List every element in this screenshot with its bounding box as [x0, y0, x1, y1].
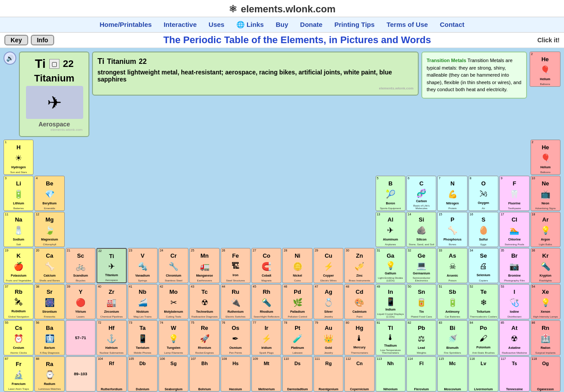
element-f[interactable]: 9F 🦷 Fluorine Toothpaste	[499, 176, 529, 211]
element-hg[interactable]: 80Hg 🌡 Mercury Thermometers	[344, 320, 374, 355]
element-h[interactable]: 1H ☀ Hydrogen Sun and Stars	[4, 140, 33, 175]
element-sb[interactable]: 51Sb 🔋 Antimony Car Batteries	[437, 284, 467, 319]
element-o[interactable]: 8O 🌬 Oxygen Air	[468, 176, 498, 211]
element-sc[interactable]: 21Sc 🚲 Scandium Bicycles	[66, 248, 96, 283]
element-cs[interactable]: 55Cs ⏰ Cesium Atomic Clocks	[4, 320, 33, 355]
element-ca[interactable]: 20Ca 🦴 Calcium Shells and Bones	[34, 248, 64, 283]
element-as[interactable]: 33As ☠ Arsenic Poison	[437, 248, 467, 283]
element-rf[interactable]: 104Rf Rutherfordium	[96, 356, 126, 392]
element-si[interactable]: 14Si 🪨 Silicon Stone, Sand, and Soil	[406, 212, 436, 247]
element-mt[interactable]: 109Mt Meitnerium	[251, 356, 281, 392]
element-xe[interactable]: 54Xe 💡 Xenon High-Intensity Lamps	[531, 284, 560, 319]
element-cd[interactable]: 48Cd 🎨 Cadmium Paint	[344, 284, 374, 319]
element-al[interactable]: 13Al ✈ Aluminum Airplanes	[376, 212, 405, 247]
element-kr[interactable]: 36Kr 🔦 Krypton Flashlights	[531, 248, 560, 283]
element-mg[interactable]: 12Mg 🍃 Magnesium Chlorophyll	[34, 212, 64, 247]
element-te[interactable]: 52Te ❄ Tellurium Thermoelectric Coolers	[468, 284, 498, 319]
element-br[interactable]: 35Br 📷 Bromine Photography Film	[499, 248, 529, 283]
element-at[interactable]: 85At ☢ Astatine Radioactive Medicine	[499, 320, 529, 355]
nav-uses[interactable]: Uses	[209, 21, 225, 28]
element-ni[interactable]: 28Ni 🪙 Nickel Coins	[282, 248, 312, 283]
element-lv[interactable]: 116Lv Livermorium	[468, 356, 498, 392]
element-nh[interactable]: 113Nh Nihonium	[376, 356, 405, 392]
nav-contact[interactable]: Contact	[440, 21, 464, 28]
element-pt[interactable]: 78Pt 🧪 Platinum Labware	[282, 320, 312, 355]
element-po[interactable]: 84Po 🖌 Polonium Anti-Static Brushes	[468, 320, 498, 355]
element-re[interactable]: 75Re 🚀 Rhenium Rocket Engines	[189, 320, 219, 355]
element-cu[interactable]: 29Cu ⚡ Copper Electric Wires	[313, 248, 343, 283]
nav-terms[interactable]: Terms of Use	[387, 21, 428, 28]
element-og[interactable]: 118Og Oganesson	[531, 356, 560, 392]
element-li[interactable]: 3Li 🔋 Lithium Batteries	[4, 176, 33, 211]
element-na[interactable]: 11Na 🧂 Sodium Salt	[4, 212, 33, 247]
element-zr[interactable]: 40Zr 🏭 Zirconium Chemical Pipelines	[96, 284, 126, 319]
element-rn[interactable]: 86Rn 🏥 Radon Surgical Implants	[531, 320, 560, 355]
element-pd[interactable]: 46Pd 🌿 Palladium Pollution Control	[282, 284, 312, 319]
element-ba[interactable]: 56Ba 🩻 Barium X-Ray Diagnosis	[34, 320, 64, 355]
element-in[interactable]: 49In 📱 Indium Liquid Crystal Displays (L…	[376, 284, 405, 319]
selected-element-card[interactable]: Ti ▢ 22 Titanium ✈ Aerospace elements.wl…	[19, 52, 89, 137]
element-c[interactable]: 6C 🧬 Carbon Basis of Life's Molecules	[406, 176, 436, 211]
element-fe[interactable]: 26Fe 🏗 Iron Steel Structures	[221, 248, 251, 283]
element-cn[interactable]: 112Cn Copernicium	[344, 356, 374, 392]
element-sg[interactable]: 106Sg Seaborgium	[159, 356, 188, 392]
nav-buy[interactable]: Buy	[276, 21, 288, 28]
element-au[interactable]: 79Au 👑 Gold Jewelry	[313, 320, 343, 355]
element-ts[interactable]: 117Ts Tennessine	[499, 356, 529, 392]
element-pb[interactable]: 82Pb ⚖ Lead Weights	[406, 320, 436, 355]
element-tl[interactable]: 81Tl 🌡 Thallium Low-Temperature Thermome…	[376, 320, 405, 355]
nav-donate[interactable]: Donate	[300, 21, 323, 28]
key-button[interactable]: Key	[4, 35, 28, 45]
element-ir[interactable]: 77Ir ⚡ Iridium Spark Plugs	[251, 320, 281, 355]
nav-home[interactable]: Home/Printables	[100, 21, 151, 28]
nav-printing[interactable]: Printing Tips	[334, 21, 374, 28]
element-hs[interactable]: 108Hs Hassium	[221, 356, 251, 392]
element-ds[interactable]: 110Ds Darmstadtium	[282, 356, 312, 392]
nav-interactive[interactable]: Interactive	[164, 21, 197, 28]
element-ga[interactable]: 31Ga 💡 Gallium Light-Emitting Diodes (LE…	[376, 248, 405, 283]
element-he-row1[interactable]: 2He 🎈 Helium Balloons	[531, 140, 560, 175]
element-co[interactable]: 27Co 🧲 Cobalt Magnets	[251, 248, 281, 283]
element-mn[interactable]: 25Mn 🚛 Manganese Earthmovers	[189, 248, 219, 283]
element-fl[interactable]: 114Fl Flerovium	[406, 356, 436, 392]
element-ag[interactable]: 47Ag 💍 Silver Jewelry	[313, 284, 343, 319]
nav-links[interactable]: 🌐 Links	[236, 21, 264, 28]
element-y[interactable]: 39Y 🔴 Yttrium Lasers	[66, 284, 96, 319]
element-he[interactable]: 2 He 🎈 Helium Balloons	[530, 52, 560, 87]
element-rh[interactable]: 45Rh 🔦 Rhodium Searchlight Reflectors	[251, 284, 281, 319]
element-bh[interactable]: 107Bh Bohrium	[189, 356, 219, 392]
element-zn[interactable]: 30Zn 🎺 Zinc Brass Instruments	[344, 248, 374, 283]
element-i[interactable]: 53I 🩺 Iodine Disinfectant	[499, 284, 529, 319]
element-s[interactable]: 16S 🥚 Sulfur Eggs	[468, 212, 498, 247]
element-ne[interactable]: 10Ne 📺 Neon Advertising Signs	[531, 176, 560, 211]
element-v[interactable]: 23V 🔩 Vanadium Springs	[128, 248, 158, 283]
element-tc[interactable]: 43Tc ☢ Technetium Radioactive Diagnosis	[189, 284, 219, 319]
element-be[interactable]: 4Be 💎 Beryllium Emeralds	[34, 176, 64, 211]
info-button[interactable]: Info	[31, 35, 55, 45]
element-ge[interactable]: 32Ge 💻 Germanium Semiconductor Electroni…	[406, 248, 436, 283]
element-w[interactable]: 74W 💡 Tungsten Lamp Filaments	[159, 320, 188, 355]
element-os[interactable]: 76Os ✒ Osmium Pen Points	[221, 320, 251, 355]
element-p[interactable]: 15P 🦴 Phosphorus Bones	[437, 212, 467, 247]
element-k[interactable]: 19K 🍎 Potassium Fruits and Vegetables	[4, 248, 33, 283]
element-db[interactable]: 105Db Dubnium	[128, 356, 158, 392]
element-n[interactable]: 7N 💪 Nitrogen Protein	[437, 176, 467, 211]
element-ra[interactable]: 88Ra ⌚ Radium Luminous Watches	[34, 356, 64, 392]
element-ar[interactable]: 18Ar 💡 Argon Light Bulbs	[531, 212, 560, 247]
element-rg[interactable]: 111Rg Roentgenium	[313, 356, 343, 392]
element-rb[interactable]: 37Rb 🛰 Rubidium Global Navigation	[4, 284, 33, 319]
element-nb[interactable]: 41Nb 🚄 Niobium Mag Lev Trains	[128, 284, 158, 319]
element-fr[interactable]: 87Fr 🔬 Francium Laser Atom Traps	[4, 356, 33, 392]
element-mc[interactable]: 115Mc Moscovium	[437, 356, 467, 392]
element-bi[interactable]: 83Bi 🚿 Bismuth Fire Sprinklers	[437, 320, 467, 355]
element-hf[interactable]: 72Hf ⚓ Hafnium Nuclear Submarines	[96, 320, 126, 355]
element-ru[interactable]: 44Ru 🔌 Ruthenium Electric Switches	[221, 284, 251, 319]
element-sr[interactable]: 38Sr 🎆 Strontium Fireworks	[34, 284, 64, 319]
element-ti[interactable]: 22Ti ✈ Titanium Aerospace	[96, 248, 126, 283]
element-sn[interactable]: 50Sn 🥫 Tin Plated Food Cans	[406, 284, 436, 319]
element-ta[interactable]: 73Ta 📱 Tantalum Mobile Phones	[128, 320, 158, 355]
element-cl[interactable]: 17Cl 🏊 Chlorine Swimming Pools	[499, 212, 529, 247]
element-se[interactable]: 34Se 🖨 Selenium Copiers	[468, 248, 498, 283]
element-cr[interactable]: 24Cr 🔧 Chromium Stainless Steel	[159, 248, 188, 283]
element-mo[interactable]: 42Mo ✂ Molybdenum Cutting Tools	[159, 284, 188, 319]
